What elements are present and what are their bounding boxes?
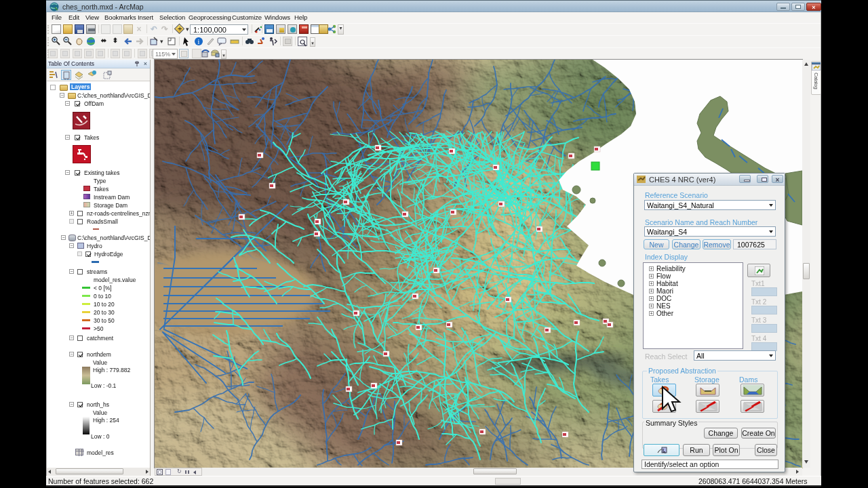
svg-text:i: i bbox=[198, 38, 200, 45]
